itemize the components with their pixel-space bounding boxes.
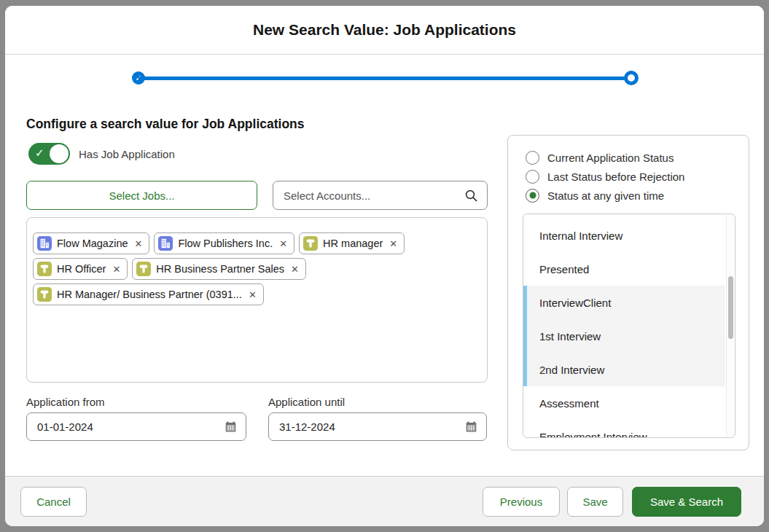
select-jobs-button[interactable]: Select Jobs... xyxy=(26,181,257,210)
radio-label: Last Status before Rejection xyxy=(547,171,684,183)
status-option[interactable]: 2nd Interview xyxy=(523,353,725,386)
status-option[interactable]: 1st Interview xyxy=(523,319,725,353)
modal-footer: Cancel Previous Save Save & Search xyxy=(5,476,764,526)
radio-label: Current Application Status xyxy=(547,152,674,164)
status-option-label: Internal Interview xyxy=(539,230,622,242)
job-hammer-icon xyxy=(136,262,151,276)
chip-label: HR Business Partner Sales xyxy=(156,263,284,275)
status-list: Internal Interview Presented InterviewCl… xyxy=(523,214,735,438)
scrollbar-track[interactable] xyxy=(726,215,734,437)
status-option-label: Employment Interview xyxy=(539,431,647,439)
application-from-input[interactable] xyxy=(37,420,225,433)
status-listbox: Internal Interview Presented InterviewCl… xyxy=(523,214,735,438)
chip-label: HR manager xyxy=(323,238,383,249)
filter-chip: Flow Publishers Inc. ✕ xyxy=(154,232,294,254)
status-mode-radio[interactable]: Status at any given time xyxy=(526,188,664,203)
chip-label: HR Officer xyxy=(57,263,106,275)
account-building-icon xyxy=(37,236,52,251)
radio-circle-icon xyxy=(526,170,539,184)
status-option[interactable]: Employment Interview xyxy=(523,420,725,438)
select-accounts-input[interactable] xyxy=(284,189,464,202)
modal-header: New Search Value: Job Applications xyxy=(5,6,764,55)
status-panel: Current Application Status Last Status b… xyxy=(507,135,749,450)
remove-chip-button[interactable]: ✕ xyxy=(279,239,287,249)
status-option-label: InterviewClient xyxy=(539,297,611,309)
toggle-label: Has Job Application xyxy=(79,148,175,160)
radio-circle-icon xyxy=(526,151,539,165)
application-until-label: Application until xyxy=(268,396,345,408)
chip-label: Flow Magazine xyxy=(57,238,128,249)
application-from-label: Application from xyxy=(26,396,105,408)
filter-chip: HR Officer ✕ xyxy=(33,258,128,280)
remove-chip-button[interactable]: ✕ xyxy=(135,239,143,249)
job-hammer-icon xyxy=(303,236,318,251)
save-button[interactable]: Save xyxy=(567,487,623,517)
save-and-search-button[interactable]: Save & Search xyxy=(632,487,741,517)
application-from-field xyxy=(26,412,246,441)
status-mode-radio[interactable]: Current Application Status xyxy=(526,150,674,165)
status-option[interactable]: Presented xyxy=(523,252,725,286)
previous-button[interactable]: Previous xyxy=(483,487,560,517)
status-option[interactable]: Internal Interview xyxy=(523,219,725,252)
application-until-input[interactable] xyxy=(279,420,465,433)
status-option-label: Assessment xyxy=(539,397,599,410)
filter-chip: Flow Magazine ✕ xyxy=(33,232,149,254)
progress-bar xyxy=(138,77,631,80)
status-option-label: Presented xyxy=(539,263,589,275)
application-until-field xyxy=(268,412,487,441)
status-option[interactable]: Assessment xyxy=(523,386,725,420)
account-building-icon xyxy=(158,236,173,251)
toggle-check-icon: ✓ xyxy=(35,146,44,160)
selected-filters-box: Flow Magazine ✕ xyxy=(26,217,488,383)
filter-chip: HR Manager/ Business Partner (0391... ✕ xyxy=(33,283,264,305)
chip-label: Flow Publishers Inc. xyxy=(178,238,273,249)
status-option-label: 2nd Interview xyxy=(539,364,604,376)
remove-chip-button[interactable]: ✕ xyxy=(389,239,397,249)
modal-title: New Search Value: Job Applications xyxy=(253,21,516,39)
job-hammer-icon xyxy=(37,287,52,302)
chip-label: HR Manager/ Business Partner (0391... xyxy=(57,289,242,300)
status-option-label: 1st Interview xyxy=(539,330,601,343)
filter-chip: HR Business Partner Sales ✕ xyxy=(132,258,306,280)
search-icon xyxy=(464,189,478,203)
filter-chip: HR manager ✕ xyxy=(299,232,405,254)
cancel-button[interactable]: Cancel xyxy=(20,487,87,517)
status-option[interactable]: InterviewClient xyxy=(523,286,725,319)
has-job-application-toggle[interactable]: ✓ xyxy=(28,143,70,165)
remove-chip-button[interactable]: ✕ xyxy=(291,265,299,274)
job-hammer-icon xyxy=(37,262,52,276)
status-mode-radio[interactable]: Last Status before Rejection xyxy=(526,169,684,184)
progress-step2-circle xyxy=(624,71,639,85)
scrollbar-thumb[interactable] xyxy=(728,276,733,339)
remove-chip-button[interactable]: ✕ xyxy=(249,290,257,300)
remove-chip-button[interactable]: ✕ xyxy=(112,265,120,274)
radio-label: Status at any given time xyxy=(547,189,664,202)
new-search-value-modal: New Search Value: Job Applications ✓ Con… xyxy=(5,6,764,526)
calendar-icon[interactable] xyxy=(225,420,237,433)
radio-circle-icon xyxy=(526,189,539,203)
select-accounts-field xyxy=(273,181,488,210)
calendar-icon[interactable] xyxy=(465,420,477,433)
section-heading: Configure a search value for Job Applica… xyxy=(26,117,305,132)
screenshot-backdrop: New Search Value: Job Applications ✓ Con… xyxy=(0,0,769,532)
toggle-knob xyxy=(50,144,69,163)
